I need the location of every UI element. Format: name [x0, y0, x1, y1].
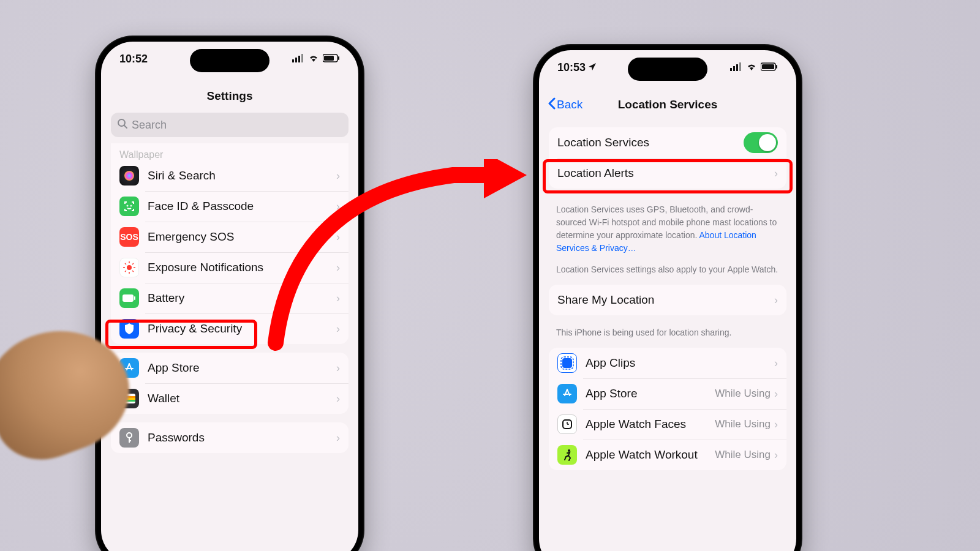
alerts-label: Location Alerts: [557, 167, 774, 180]
location-services-toggle-row[interactable]: Location Services: [549, 127, 786, 158]
chevron-right-icon: ›: [774, 388, 778, 400]
svg-rect-37: [562, 358, 572, 368]
list-row[interactable]: Exposure Notifications›: [111, 252, 349, 283]
svg-point-27: [127, 433, 132, 438]
list-row[interactable]: Battery›: [111, 283, 349, 313]
wifi-icon: [308, 53, 319, 66]
svg-point-12: [127, 265, 132, 270]
chevron-right-icon: ›: [774, 418, 778, 431]
svg-point-11: [131, 206, 132, 206]
row-label: Passwords: [148, 431, 336, 444]
svg-rect-0: [292, 59, 294, 62]
svg-rect-22: [134, 296, 135, 300]
svg-line-8: [124, 126, 127, 128]
row-label: Apple Watch Workout: [586, 448, 715, 462]
share-my-location-row[interactable]: Share My Location ›: [549, 285, 786, 315]
location-description-2: Location Services settings also apply to…: [539, 255, 796, 276]
status-time: 10:52: [119, 53, 148, 66]
search-input[interactable]: Search: [111, 113, 349, 137]
row-label: Exposure Notifications: [148, 261, 336, 274]
chevron-right-icon: ›: [336, 432, 340, 444]
svg-rect-35: [762, 64, 774, 69]
dynamic-island: [628, 58, 707, 81]
row-label: Emergency SOS: [148, 230, 336, 244]
list-row[interactable]: Wallet›: [111, 383, 349, 414]
location-arrow-icon: [588, 61, 597, 74]
chevron-right-icon: ›: [336, 170, 340, 182]
chevron-right-icon: ›: [336, 231, 340, 244]
row-label: Apple Watch Faces: [586, 418, 715, 431]
svg-rect-28: [129, 437, 130, 443]
list-row[interactable]: App Store›: [111, 353, 349, 383]
settings-content: Settings Search Wallpaper Siri & Search›…: [101, 42, 358, 551]
chevron-right-icon: ›: [774, 357, 778, 370]
svg-rect-3: [301, 54, 303, 62]
svg-rect-32: [736, 64, 738, 71]
svg-rect-36: [776, 65, 777, 69]
row-label: Battery: [148, 291, 336, 305]
svg-rect-29: [129, 440, 131, 441]
list-row[interactable]: App Clips›: [549, 348, 786, 378]
svg-rect-2: [298, 56, 300, 62]
signal-icon: [730, 61, 742, 74]
page-title: Settings: [207, 89, 253, 103]
faceid-icon: [119, 197, 139, 216]
header: Settings: [101, 82, 358, 110]
location-alerts-row[interactable]: Location Alerts ›: [549, 158, 786, 189]
list-row[interactable]: Passwords›: [111, 422, 349, 453]
list-row[interactable]: Apple Watch FacesWhile Using›: [549, 409, 786, 440]
svg-rect-30: [730, 68, 732, 71]
battery-icon: [323, 53, 340, 66]
screen-right: 10:53: [539, 50, 796, 551]
row-label: App Clips: [586, 356, 774, 370]
status-time: 10:53: [557, 61, 586, 74]
header: Back Location Services: [539, 91, 796, 119]
share-footer: This iPhone is being used for location s…: [539, 324, 796, 339]
exposure-icon: [119, 258, 139, 277]
search-placeholder: Search: [132, 119, 167, 132]
workout-icon: [557, 445, 577, 465]
svg-point-9: [124, 171, 134, 181]
watchfaces-icon: [557, 414, 577, 434]
svg-point-10: [127, 206, 128, 206]
apps-list: App Clips›App StoreWhile Using›Apple Wat…: [549, 348, 786, 470]
list-row[interactable]: App StoreWhile Using›: [549, 378, 786, 409]
list-row[interactable]: Privacy & Security›: [111, 313, 349, 344]
settings-row-wallpaper[interactable]: Wallpaper: [111, 143, 349, 160]
settings-row-label: Wallpaper: [119, 149, 163, 160]
appclips-icon: [557, 353, 577, 373]
svg-line-19: [125, 271, 126, 272]
back-label: Back: [557, 98, 582, 111]
list-row[interactable]: Siri & Search›: [111, 160, 349, 191]
row-label: Siri & Search: [148, 169, 336, 182]
page-title: Location Services: [618, 98, 718, 111]
location-toggle-group: Location Services Location Alerts ›: [549, 127, 786, 189]
list-row[interactable]: SOSEmergency SOS›: [111, 222, 349, 252]
phone-right: 10:53: [533, 44, 802, 551]
svg-line-20: [132, 263, 134, 264]
row-detail: While Using: [715, 388, 771, 400]
chevron-right-icon: ›: [774, 449, 778, 462]
location-content: Back Location Services Location Services…: [539, 50, 796, 551]
back-button[interactable]: Back: [548, 91, 582, 119]
svg-rect-5: [324, 56, 334, 61]
list-row[interactable]: Face ID & Passcode›: [111, 191, 349, 222]
chevron-right-icon: ›: [336, 323, 340, 335]
chevron-right-icon: ›: [774, 167, 778, 180]
row-label: Wallet: [148, 392, 336, 405]
settings-list-3: Passwords›: [111, 422, 349, 453]
wifi-icon: [746, 61, 757, 74]
share-label: Share My Location: [557, 293, 774, 307]
chevron-right-icon: ›: [336, 392, 340, 405]
location-services-toggle[interactable]: [744, 132, 778, 153]
settings-list-1: Wallpaper Siri & Search›Face ID & Passco…: [111, 143, 349, 344]
row-label: App Store: [148, 361, 336, 375]
chevron-right-icon: ›: [336, 362, 340, 375]
row-detail: While Using: [715, 418, 771, 430]
share-location-group: Share My Location ›: [549, 285, 786, 315]
settings-list-2: App Store›Wallet›: [111, 353, 349, 414]
svg-rect-31: [733, 66, 735, 71]
passwords-icon: [119, 428, 139, 448]
list-row[interactable]: Apple Watch WorkoutWhile Using›: [549, 440, 786, 470]
svg-rect-1: [295, 58, 297, 62]
